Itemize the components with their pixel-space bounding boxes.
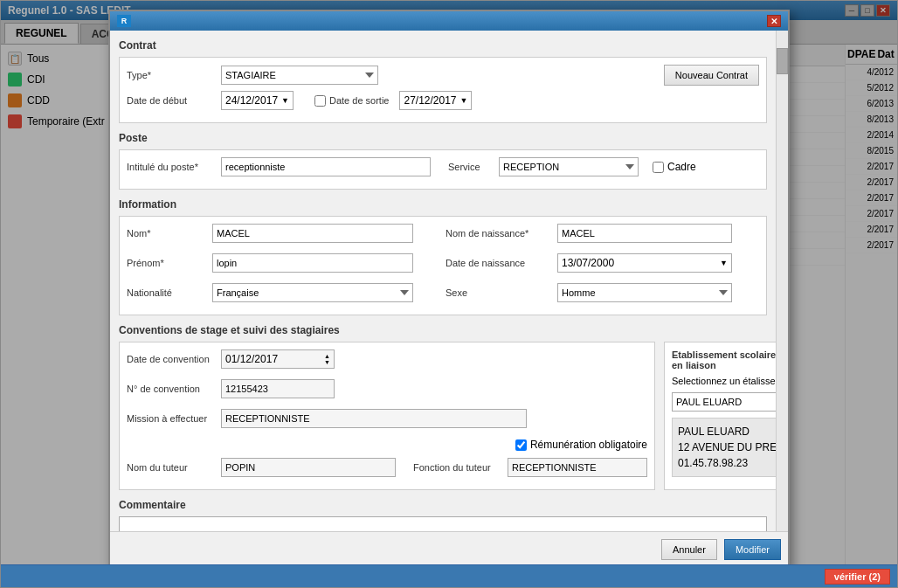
remuneration-label: Rémunération obligatoire <box>530 439 647 451</box>
numero-convention-label: N° de convention <box>127 384 214 394</box>
etablissement-info: PAUL ELUARD 12 AVENUE DU PRESIDENT 01.45… <box>672 418 776 477</box>
mission-row: Mission à effectuer <box>127 409 647 428</box>
mission-input[interactable] <box>221 409 527 428</box>
prenom-label: Prénom* <box>127 258 205 268</box>
stage-container: Date de convention 01/12/2017 ▲ ▼ <box>119 342 767 490</box>
status-bar: vérifier (2) <box>1 564 897 587</box>
commentaire-section: Commentaire <box>119 499 767 531</box>
stage-left: Date de convention 01/12/2017 ▲ ▼ <box>119 342 655 490</box>
prenom-input[interactable] <box>212 253 413 273</box>
poste-row: Intitulé du poste* Service RECEPTION Cad… <box>127 157 759 176</box>
nouveau-contrat-button[interactable]: Nouveau Contrat <box>664 65 759 86</box>
spinner-up: ▲ <box>324 353 330 359</box>
type-label: Type* <box>127 70 214 80</box>
stage-section: Conventions de stage et suivi des stagia… <box>119 324 767 490</box>
intitule-input[interactable] <box>221 157 431 176</box>
date-convention-label: Date de convention <box>127 354 214 364</box>
stage-header: Conventions de stage et suivi des stagia… <box>119 324 767 336</box>
info-grid: Nom* Nom de naissance* Prénom* <box>127 224 759 308</box>
date-sortie-label: Date de sortie <box>329 95 389 106</box>
service-select[interactable]: RECEPTION <box>499 157 639 176</box>
date-convention-row: Date de convention 01/12/2017 ▲ ▼ <box>127 349 647 369</box>
service-label: Service <box>448 162 492 172</box>
cadre-checkbox[interactable] <box>653 162 664 173</box>
dialog-scrollbar[interactable] <box>776 31 788 531</box>
nationalite-row: Nationalité Française <box>127 283 440 302</box>
main-window: Regunel 1.0 - SAS LEDIT ─ □ ✕ REGUNEL AC… <box>0 0 898 588</box>
sexe-select[interactable]: Homme <box>557 283 732 302</box>
verifier-button[interactable]: vérifier (2) <box>825 569 890 585</box>
commentaire-textarea[interactable] <box>119 516 767 531</box>
etablissement-select[interactable]: PAUL ELUARD <box>672 392 776 412</box>
mission-label: Mission à effectuer <box>127 413 214 424</box>
dialog-title-bar: R ✕ <box>110 11 788 31</box>
etablissement-header: Etablissement scolaire ou Universitaire … <box>672 349 776 370</box>
modifier-button[interactable]: Modifier <box>724 539 781 560</box>
commentaire-header: Commentaire <box>119 499 767 511</box>
date-naissance-row: Date de naissance 13/07/2000 ▼ <box>446 253 759 273</box>
etablissement-box: Etablissement scolaire ou Universitaire … <box>664 342 776 490</box>
information-section: Information Nom* Nom de naissance* <box>119 198 767 315</box>
dialog: R ✕ Contrat Type* STAGIAIRE <box>108 10 790 569</box>
etablissement-address: 12 AVENUE DU PRESIDENT <box>678 439 776 455</box>
date-sortie-checkbox[interactable] <box>314 95 326 107</box>
nom-naissance-row: Nom de naissance* <box>446 224 759 243</box>
etablissement-name: PAUL ELUARD <box>678 424 776 439</box>
poste-section: Poste Intitulé du poste* Service RECEPTI… <box>119 132 767 190</box>
etablissement-phone: 01.45.78.98.23 <box>678 455 776 471</box>
nationalite-label: Nationalité <box>127 287 205 298</box>
date-sortie-field[interactable]: 27/12/2017 ▼ <box>399 91 472 110</box>
date-naissance-field[interactable]: 13/07/2000 ▼ <box>557 253 732 273</box>
cadre-checkbox-row: Cadre <box>653 161 696 173</box>
dialog-logo: R <box>117 15 131 27</box>
date-sortie-value: 27/12/2017 <box>404 94 456 107</box>
dialog-footer: Annuler Modifier <box>110 531 788 567</box>
date-naissance-value: 13/07/2000 <box>562 257 614 269</box>
date-debut-value: 24/12/2017 <box>225 94 278 107</box>
date-debut-field[interactable]: 24/12/2017 ▼ <box>221 91 294 110</box>
intitule-label: Intitulé du poste* <box>127 162 214 172</box>
date-convention-value: 01/12/2017 <box>225 353 278 365</box>
sexe-row: Sexe Homme <box>446 283 759 302</box>
date-debut-arrow: ▼ <box>281 96 289 105</box>
poste-header: Poste <box>119 132 767 144</box>
date-naissance-arrow: ▼ <box>720 259 728 267</box>
scrollbar-thumb[interactable] <box>777 48 788 74</box>
date-sortie-checkbox-row: Date de sortie <box>314 95 389 107</box>
selectionnez-label: Selectionnez un étalissement : <box>672 376 776 386</box>
tuteur-row: Nom du tuteur Fonction du tuteur <box>127 458 647 477</box>
fonction-tuteur-label: Fonction du tuteur <box>413 462 501 473</box>
dialog-body: Contrat Type* STAGIAIRE Nouveau Contrat <box>110 31 776 531</box>
remuneration-checkbox[interactable] <box>515 439 527 451</box>
dialog-close-button[interactable]: ✕ <box>767 15 781 27</box>
nom-naissance-label: Nom de naissance* <box>446 228 550 239</box>
date-naissance-label: Date de naissance <box>446 258 550 268</box>
nom-naissance-input[interactable] <box>557 224 732 243</box>
tuteur-label: Nom du tuteur <box>127 462 214 473</box>
prenom-row: Prénom* <box>127 253 440 273</box>
annuler-button[interactable]: Annuler <box>661 539 717 560</box>
numero-convention-row: N° de convention <box>127 379 647 398</box>
spinner-down: ▼ <box>324 359 330 365</box>
etablissement-select-row: PAUL ELUARD Gérer <box>672 391 776 412</box>
numero-convention-input[interactable] <box>221 379 335 398</box>
contrat-header: Contrat <box>119 39 767 52</box>
modal-overlay: R ✕ Contrat Type* STAGIAIRE <box>1 1 897 587</box>
fonction-tuteur-input[interactable] <box>508 458 647 477</box>
contrat-type-row: Type* STAGIAIRE Nouveau Contrat <box>127 65 759 86</box>
nationalite-select[interactable]: Française <box>212 283 413 302</box>
contrat-dates-row: Date de début 24/12/2017 ▼ Date de sorti… <box>127 91 759 110</box>
date-sortie-arrow: ▼ <box>460 96 468 105</box>
contrat-section: Contrat Type* STAGIAIRE Nouveau Contrat <box>119 39 767 123</box>
sexe-label: Sexe <box>446 287 550 298</box>
cadre-label: Cadre <box>667 161 696 173</box>
type-select[interactable]: STAGIAIRE <box>221 66 378 85</box>
remuneration-row: Rémunération obligatoire <box>127 439 647 451</box>
tuteur-input[interactable] <box>221 458 396 477</box>
nom-label: Nom* <box>127 228 205 239</box>
nom-input[interactable] <box>212 224 413 243</box>
date-debut-label: Date de début <box>127 95 214 106</box>
date-convention-field[interactable]: 01/12/2017 ▲ ▼ <box>221 349 335 369</box>
date-convention-spinners: ▲ ▼ <box>324 353 330 365</box>
nom-row: Nom* <box>127 224 440 243</box>
